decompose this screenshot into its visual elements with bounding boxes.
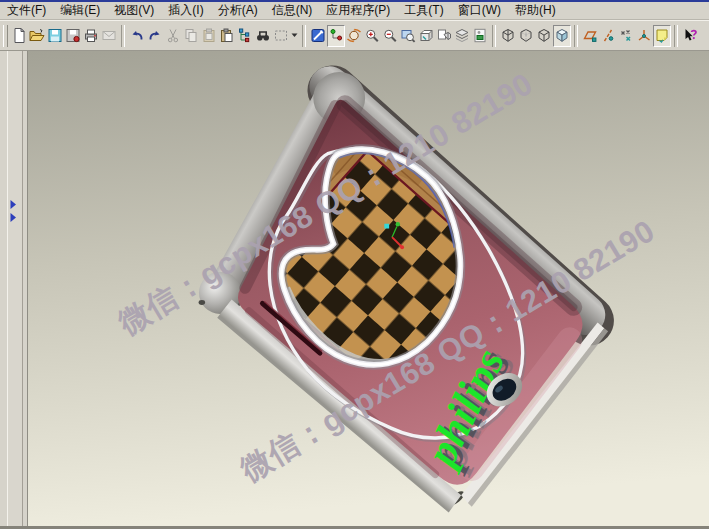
undo-button[interactable]: [128, 25, 146, 47]
saved-views-button[interactable]: [471, 25, 489, 47]
repaint-button[interactable]: [309, 25, 327, 47]
datum-point-icon: [618, 27, 634, 44]
chevron-down-icon: [291, 33, 298, 38]
datum-axis-icon: [600, 27, 616, 44]
menu-view[interactable]: 视图(V): [107, 1, 161, 21]
save-icon: [47, 27, 63, 44]
chevron-right-icon: [9, 199, 21, 225]
redo-icon: [147, 27, 163, 44]
datum-planes-toggle-button[interactable]: [581, 25, 599, 47]
spin-center-button[interactable]: [327, 25, 345, 47]
shaded-cube-icon: [554, 27, 570, 44]
print-button[interactable]: [82, 25, 100, 47]
print-icon: [83, 27, 99, 44]
repaint-icon: [310, 27, 326, 44]
menu-help[interactable]: 帮助(H): [508, 1, 563, 21]
open-folder-icon: [29, 27, 45, 44]
model-scene: philips philips philips 微信：gcpx168 QQ：12…: [28, 51, 709, 526]
selection-box-icon: [273, 27, 289, 44]
zoom-out-icon: [382, 27, 398, 44]
left-dock-strip: [0, 51, 28, 526]
display-settings-button[interactable]: [435, 25, 453, 47]
zoom-in-icon: [364, 27, 380, 44]
toolbar-grip[interactable]: [3, 25, 8, 47]
redo-button[interactable]: [146, 25, 164, 47]
binoculars-icon: [255, 27, 271, 44]
save-file-button[interactable]: [46, 25, 64, 47]
menu-file[interactable]: 文件(F): [0, 1, 53, 21]
menu-info[interactable]: 信息(N): [265, 1, 320, 21]
cut-button[interactable]: [164, 25, 182, 47]
menu-tools[interactable]: 工具(T): [397, 1, 450, 21]
datum-axes-toggle-button[interactable]: [599, 25, 617, 47]
menu-edit[interactable]: 编辑(E): [53, 1, 107, 21]
annotations-toggle-button[interactable]: [653, 25, 671, 47]
docked-toolbar-handle[interactable]: [7, 51, 23, 526]
save-as-icon: [65, 27, 81, 44]
paste-icon: [201, 27, 217, 44]
display-settings-icon: [436, 27, 452, 44]
no-hidden-cube-icon: [536, 27, 552, 44]
menu-applications[interactable]: 应用程序(P): [319, 1, 397, 21]
toolbar-separator: [574, 25, 578, 47]
context-help-button[interactable]: [681, 25, 699, 47]
undo-icon: [129, 27, 145, 44]
zoom-out-button[interactable]: [381, 25, 399, 47]
refit-button[interactable]: [399, 25, 417, 47]
model-tree-button[interactable]: [236, 25, 254, 47]
saved-views-icon: [472, 27, 488, 44]
open-file-button[interactable]: [28, 25, 46, 47]
dock-overflow-chevrons[interactable]: [9, 199, 23, 225]
toolbar-separator: [121, 25, 125, 47]
application-window: 文件(F) 编辑(E) 视图(V) 插入(I) 分析(A) 信息(N) 应用程序…: [0, 0, 709, 529]
model-tree-icon: [237, 27, 253, 44]
view-box-icon: [418, 27, 434, 44]
datum-plane-icon: [582, 27, 598, 44]
paste-special-button[interactable]: [218, 25, 236, 47]
find-button[interactable]: [254, 25, 272, 47]
zoom-in-button[interactable]: [363, 25, 381, 47]
menu-analysis[interactable]: 分析(A): [211, 1, 265, 21]
no-hidden-display-button[interactable]: [535, 25, 553, 47]
graphics-viewport[interactable]: philips philips philips 微信：gcpx168 QQ：12…: [28, 51, 709, 526]
datum-csys-toggle-button[interactable]: [635, 25, 653, 47]
layers-icon: [454, 27, 470, 44]
layers-button[interactable]: [453, 25, 471, 47]
orbit-icon: [346, 27, 362, 44]
datum-csys-icon: [636, 27, 652, 44]
toolbar-separator: [674, 25, 678, 47]
menu-insert[interactable]: 插入(I): [161, 1, 210, 21]
shaded-display-button[interactable]: [553, 25, 571, 47]
spin-center-icon: [328, 27, 344, 44]
copy-button[interactable]: [182, 25, 200, 47]
copy-icon: [183, 27, 199, 44]
orient-view-button[interactable]: [345, 25, 363, 47]
help-cursor-icon: [682, 27, 698, 44]
view-manager-button[interactable]: [417, 25, 435, 47]
toolbar-separator: [492, 25, 496, 47]
scissors-icon: [165, 27, 181, 44]
wireframe-display-button[interactable]: [499, 25, 517, 47]
wireframe-cube-icon: [500, 27, 516, 44]
datum-points-toggle-button[interactable]: [617, 25, 635, 47]
send-email-button[interactable]: [100, 25, 118, 47]
main-toolbar: [0, 20, 709, 51]
selection-filter-button[interactable]: [272, 25, 290, 47]
new-file-icon: [11, 27, 27, 44]
selection-filter-dropdown[interactable]: [290, 25, 299, 47]
hidden-line-display-button[interactable]: [517, 25, 535, 47]
save-as-button[interactable]: [64, 25, 82, 47]
annotation-note-icon: [654, 27, 670, 44]
hidden-line-cube-icon: [518, 27, 534, 44]
toolbar-separator: [302, 25, 306, 47]
new-file-button[interactable]: [10, 25, 28, 47]
menu-window[interactable]: 窗口(W): [451, 1, 508, 21]
email-icon: [101, 27, 117, 44]
paste-special-icon: [219, 27, 235, 44]
zoom-fit-icon: [400, 27, 416, 44]
menu-bar: 文件(F) 编辑(E) 视图(V) 插入(I) 分析(A) 信息(N) 应用程序…: [0, 2, 709, 20]
paste-button[interactable]: [200, 25, 218, 47]
